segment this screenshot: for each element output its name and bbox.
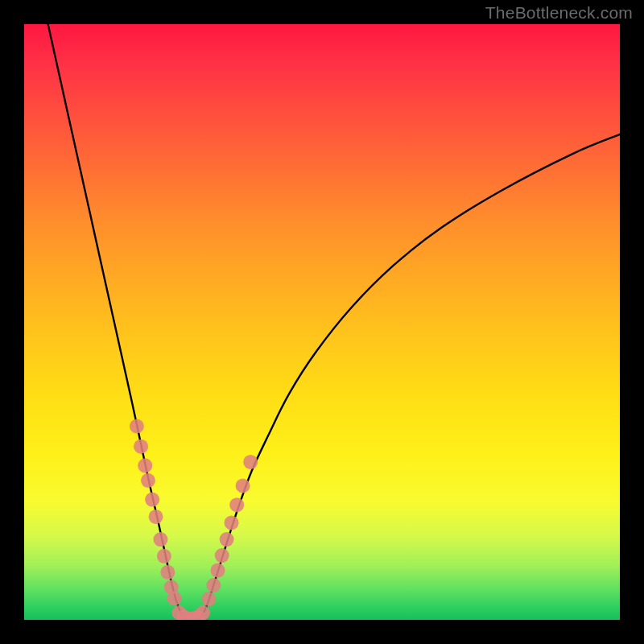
dot-left-branch-dots bbox=[157, 549, 171, 564]
dot-valley-dots bbox=[196, 605, 210, 620]
dot-left-branch-dots bbox=[141, 473, 155, 488]
dot-right-branch-dots bbox=[211, 564, 225, 578]
dot-right-branch-dots bbox=[220, 532, 234, 547]
dot-left-branch-dots bbox=[138, 458, 152, 473]
plot-area bbox=[24, 24, 620, 620]
dot-left-branch-dots bbox=[134, 440, 148, 454]
dot-left-branch-dots bbox=[167, 591, 181, 605]
dot-right-branch-dots bbox=[243, 455, 258, 469]
scatter-layer bbox=[24, 24, 620, 620]
dot-right-branch-dots bbox=[236, 479, 250, 493]
dot-left-branch-dots bbox=[153, 532, 167, 547]
dot-left-branch-dots bbox=[149, 510, 163, 524]
dot-right-branch-dots bbox=[215, 548, 229, 563]
dot-left-branch-dots bbox=[160, 565, 175, 580]
chart-container: TheBottleneck.com bbox=[0, 0, 644, 644]
watermark-text: TheBottleneck.com bbox=[485, 3, 633, 23]
dot-right-branch-dots bbox=[206, 578, 221, 592]
dot-left-branch-dots bbox=[145, 493, 159, 507]
dot-right-branch-dots bbox=[225, 515, 239, 530]
dot-right-branch-dots bbox=[229, 497, 244, 512]
dot-left-branch-dots bbox=[130, 419, 144, 434]
dot-right-branch-dots bbox=[201, 592, 216, 606]
